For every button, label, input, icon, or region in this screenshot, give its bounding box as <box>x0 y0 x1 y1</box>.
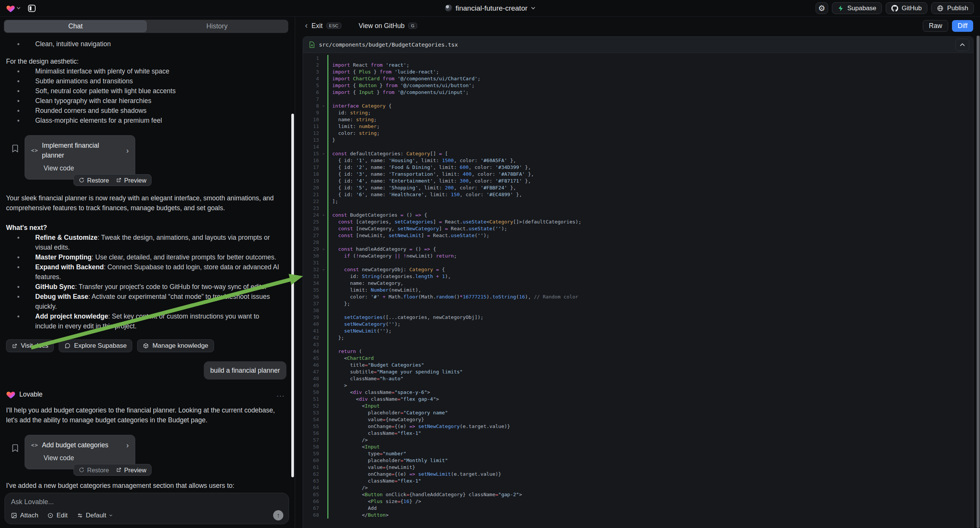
restore-button[interactable]: Restore <box>75 465 113 475</box>
sliders-icon <box>77 512 83 518</box>
code-line: 33 id: String(categories.length + 1), <box>303 273 973 280</box>
assistant-name: Lovable <box>19 390 43 399</box>
visit-docs-button[interactable]: Visit docs <box>6 339 54 352</box>
fold-chevron-icon[interactable]: › <box>320 248 327 251</box>
code-line: 6import { Input } from '@/components/ui/… <box>303 89 973 96</box>
code-line: 17 { id: '2', name: 'Food & Dining', lim… <box>303 164 973 171</box>
fold-chevron-icon[interactable]: › <box>320 105 327 108</box>
publish-button[interactable]: Publish <box>931 2 974 14</box>
tab-chat[interactable]: Chat <box>5 21 146 32</box>
publish-label: Publish <box>947 5 968 12</box>
code-line: 43 <box>303 341 973 348</box>
esc-kbd-badge: ESC <box>326 23 341 29</box>
edit-card-title: Implement financial planner <box>42 140 119 160</box>
fold-chevron-icon[interactable]: › <box>320 269 327 271</box>
chevron-down-icon <box>109 514 113 517</box>
code-line: 28 <box>303 239 973 246</box>
code-line: 52 <Input <box>303 402 973 409</box>
raw-button[interactable]: Raw <box>923 20 948 32</box>
code-line: 60 placeholder="Monthly limit" <box>303 457 973 464</box>
view-code-link[interactable]: View code <box>44 453 129 463</box>
arrow-up-icon: ↑ <box>277 512 280 519</box>
code-line: 38 <box>303 307 973 314</box>
assistant-header: Lovable ... <box>6 390 288 399</box>
list-item: Master Prompting: Use clear, detailed, a… <box>6 252 282 262</box>
restore-preview-pill: Restore Preview <box>73 174 151 186</box>
project-switcher[interactable]: financial-future-creator <box>445 0 535 16</box>
diff-button[interactable]: Diff <box>952 20 973 32</box>
list-item: Clean typography with clear hierarchies <box>6 96 286 106</box>
preview-button[interactable]: Preview <box>113 175 150 185</box>
file-added-icon <box>309 41 315 48</box>
chat-input-box[interactable]: Ask Lovable... Attach Edit Default ↑ <box>5 493 289 524</box>
code-line: 57 /> <box>303 437 973 444</box>
view-on-github-button[interactable]: View on GitHub <box>359 22 404 30</box>
edit-card-implement-financial-planner[interactable]: <> Implement financial planner › View co… <box>25 135 135 180</box>
exit-button[interactable]: Exit <box>312 22 322 30</box>
edit-card-add-budget-categories[interactable]: <> Add budget categories › View code Res… <box>25 435 135 469</box>
bookmark-icon[interactable] <box>11 144 19 180</box>
chat-scrollbar[interactable] <box>291 114 294 477</box>
send-button[interactable]: ↑ <box>273 510 283 520</box>
code-line: 22]; <box>303 198 973 205</box>
list-item: Minimalist interface with plenty of whit… <box>6 66 286 76</box>
code-line: 44 return ( <box>303 348 973 355</box>
explore-supabase-button[interactable]: Explore Supabase <box>59 339 132 352</box>
supabase-button[interactable]: Supabase <box>832 2 882 14</box>
code-line: 66 <Plus size={16} /> <box>303 498 973 505</box>
tab-history[interactable]: History <box>146 21 288 32</box>
attach-button[interactable]: Attach <box>11 512 38 519</box>
preview-button[interactable]: Preview <box>113 465 150 475</box>
sidebar-toggle-button[interactable] <box>26 2 38 14</box>
chevron-right-icon: › <box>126 441 129 449</box>
chat-history-tabs: Chat History <box>4 20 288 33</box>
code-icon: <> <box>31 145 38 155</box>
list-item: GitHub Sync: Transfer your project's cod… <box>6 282 282 292</box>
bookmark-icon[interactable] <box>11 444 19 469</box>
list-item: Add project knowledge: Set key context o… <box>6 311 282 331</box>
fold-chevron-icon[interactable]: › <box>320 153 327 155</box>
code-line: 1 <box>303 55 973 62</box>
more-options-icon[interactable]: ... <box>277 390 285 399</box>
assistant-paragraph: I've added a new budget categories manag… <box>6 481 288 490</box>
topbar: financial-future-creator ⚙ Supabase GitH… <box>0 0 980 17</box>
code-panel: ‹ Exit ESC View on GitHub G Raw Diff src… <box>295 17 980 528</box>
list-item: Subtle animations and transitions <box>6 76 286 86</box>
supabase-label: Supabase <box>847 5 877 12</box>
list-item: Clean, intuitive navigation <box>6 39 286 49</box>
code-line: 19 { id: '4', name: 'Entertainment', lim… <box>303 178 973 184</box>
edit-mode-button[interactable]: Edit <box>47 512 67 519</box>
code-line: 67 Add <box>303 505 973 512</box>
code-line: 40 setNewCategory(''); <box>303 321 973 328</box>
code-line: 37 }; <box>303 301 973 307</box>
code-line: 31 <box>303 259 973 266</box>
code-line: 21 { id: '6', name: 'Healthcare', limit:… <box>303 191 973 198</box>
user-message: build a financial planner <box>204 361 286 380</box>
github-button[interactable]: GitHub <box>886 2 928 14</box>
list-item: Soft, neutral color palette with light b… <box>6 86 286 96</box>
supabase-bolt-icon <box>838 5 844 12</box>
file-path: src/components/budget/BudgetCategories.t… <box>319 42 458 48</box>
code-scrollbar[interactable] <box>977 36 980 528</box>
view-code-link[interactable]: View code <box>44 163 129 173</box>
restore-button[interactable]: Restore <box>75 175 113 185</box>
fold-chevron-icon[interactable]: › <box>320 214 327 217</box>
manage-knowledge-button[interactable]: Manage knowledge <box>137 339 214 352</box>
collapse-file-button[interactable] <box>955 39 969 51</box>
assistant-paragraph: I'll help you add budget categories to t… <box>6 405 288 425</box>
lovable-logo-menu[interactable] <box>6 4 21 13</box>
chat-input[interactable]: Ask Lovable... <box>11 498 283 506</box>
code-line: 48 className="h-auto" <box>303 375 973 382</box>
code-line: 39 setCategories([...categories, newCate… <box>303 314 973 321</box>
code-line: 18 { id: '3', name: 'Transportation', li… <box>303 171 973 178</box>
intro-bullet-list: Clean, intuitive navigation <box>6 39 288 49</box>
quick-actions: Visit docs Explore Supabase Manage knowl… <box>6 339 288 352</box>
code-line: 46 title="Budget Categories" <box>303 362 973 369</box>
edit-card-title: Add budget categories <box>42 440 108 450</box>
file-header[interactable]: src/components/budget/BudgetCategories.t… <box>303 37 973 53</box>
chevron-left-icon: ‹ <box>305 22 308 30</box>
model-selector[interactable]: Default <box>77 512 113 519</box>
settings-button[interactable]: ⚙ <box>816 2 828 14</box>
code-line: 55 onChange={(e) => setNewCategory(e.tar… <box>303 423 973 430</box>
code-line: 62 onChange={(e) => setNewLimit(e.target… <box>303 471 973 478</box>
